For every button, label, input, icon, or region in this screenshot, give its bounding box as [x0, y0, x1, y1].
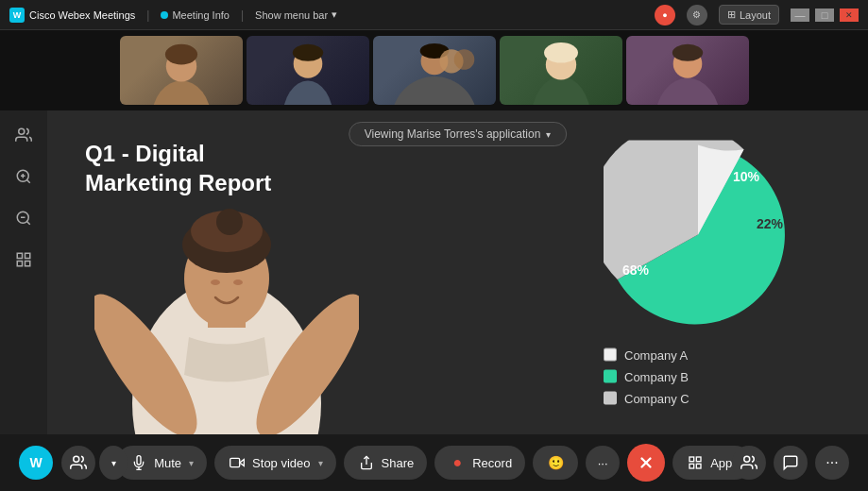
bottom-toolbar: W ▾ Mute ▾ — [0, 434, 868, 491]
viewing-banner[interactable]: Viewing Marise Torres's application ▾ — [349, 122, 568, 146]
svg-point-11 — [531, 76, 590, 105]
pie-label-68: 68% — [622, 262, 649, 277]
svg-point-6 — [392, 76, 477, 105]
participants-toggle-btn[interactable] — [61, 446, 95, 480]
left-sidebar — [0, 110, 47, 434]
panel-toggle-area: ▾ — [61, 446, 128, 480]
app-title: Cisco Webex Meetings — [29, 9, 135, 21]
participant-strip — [0, 30, 868, 110]
minimize-button[interactable]: — — [791, 8, 809, 22]
pie-label-22: 22% — [757, 215, 783, 230]
legend-swatch-c — [604, 392, 617, 405]
grid-icon[interactable] — [10, 246, 37, 273]
slide-title: Q1 - Digital Marketing Report — [85, 139, 271, 197]
record-button[interactable]: ● Record — [434, 446, 525, 480]
record-icon: ● — [448, 453, 467, 472]
svg-point-35 — [211, 279, 220, 285]
title-bar: W Cisco Webex Meetings | Meeting Info | … — [0, 0, 868, 30]
pie-label-10: 10% — [733, 168, 759, 183]
svg-rect-25 — [17, 253, 22, 258]
participant-thumb-1[interactable] — [120, 36, 243, 105]
more-right-dots-icon: ··· — [825, 454, 838, 471]
separator-2: | — [241, 8, 244, 22]
end-call-icon — [637, 453, 655, 472]
svg-point-3 — [282, 81, 333, 105]
svg-rect-50 — [696, 464, 701, 468]
legend-label-b: Company B — [624, 369, 689, 383]
stop-video-label: Stop video — [252, 456, 310, 470]
pie-chart: 10% 22% 68% — [604, 140, 792, 329]
svg-point-36 — [233, 279, 243, 285]
video-icon — [228, 453, 247, 472]
participants-icon-btn[interactable] — [732, 446, 766, 480]
svg-point-16 — [672, 44, 702, 61]
legend-item-c: Company C — [604, 391, 689, 405]
svg-rect-48 — [696, 457, 701, 462]
svg-rect-43 — [230, 458, 240, 466]
participants-icon[interactable] — [10, 122, 37, 148]
svg-point-39 — [74, 456, 79, 462]
presentation-area: Viewing Marise Torres's application ▾ Q1… — [47, 110, 868, 434]
mute-label: Mute — [154, 456, 181, 470]
zoom-out-icon[interactable] — [10, 205, 37, 231]
meeting-info-btn[interactable]: Meeting Info — [161, 9, 230, 21]
svg-rect-47 — [689, 457, 694, 462]
webex-icon: W — [9, 8, 25, 23]
settings-icon[interactable]: ⚙ — [687, 5, 707, 25]
chart-legend: Company A Company B Company C — [604, 347, 689, 405]
viewing-text: Viewing Marise Torres's application — [365, 127, 541, 141]
legend-swatch-a — [604, 348, 617, 362]
record-label: Record — [472, 456, 512, 470]
svg-point-34 — [216, 209, 243, 235]
svg-rect-26 — [26, 253, 30, 258]
svg-line-19 — [26, 179, 29, 182]
svg-rect-49 — [689, 464, 694, 468]
legend-label-a: Company A — [624, 347, 688, 362]
legend-item-a: Company A — [604, 347, 689, 362]
chart-area: 10% 22% 68% Company A Company B Company … — [604, 140, 792, 405]
svg-marker-42 — [240, 460, 245, 466]
share-label: Share — [382, 456, 415, 470]
svg-point-17 — [19, 128, 25, 134]
share-button[interactable]: Share — [344, 446, 428, 480]
legend-swatch-b — [604, 370, 617, 383]
participant-thumb-2[interactable] — [247, 36, 369, 105]
show-menu-bar-btn[interactable]: Show menu bar ▾ — [255, 8, 337, 21]
svg-point-13 — [544, 42, 578, 63]
share-icon — [357, 453, 376, 472]
reactions-button[interactable]: 🙂 — [533, 446, 578, 480]
video-caret: ▾ — [318, 458, 323, 468]
more-dots-icon: ··· — [598, 456, 608, 470]
emoji-icon: 🙂 — [546, 453, 565, 472]
participant-thumb-3[interactable] — [373, 36, 496, 105]
stop-video-button[interactable]: Stop video ▾ — [214, 446, 335, 480]
separator-1: | — [146, 8, 149, 22]
participant-thumb-4[interactable] — [500, 36, 622, 105]
zoom-in-icon[interactable] — [10, 163, 37, 190]
main-content: Viewing Marise Torres's application ▾ Q1… — [0, 110, 868, 434]
more-options-button[interactable]: ··· — [586, 446, 620, 480]
mic-icon — [129, 453, 148, 472]
mute-caret: ▾ — [189, 458, 194, 468]
svg-rect-27 — [17, 262, 22, 266]
layout-button[interactable]: ⊞ Layout — [719, 5, 779, 25]
close-button[interactable]: ✕ — [840, 8, 859, 22]
panel-caret-btn[interactable]: ▾ — [99, 446, 128, 480]
svg-point-10 — [453, 50, 474, 71]
svg-point-0 — [151, 81, 211, 105]
webex-home-btn[interactable]: W — [19, 446, 53, 480]
app-logo: W Cisco Webex Meetings — [9, 8, 135, 23]
chevron-down-icon: ▾ — [546, 129, 551, 140]
end-call-button[interactable] — [627, 444, 665, 482]
svg-rect-28 — [26, 262, 30, 266]
svg-point-51 — [744, 456, 750, 462]
chat-icon-btn[interactable] — [774, 446, 808, 480]
svg-line-23 — [26, 221, 29, 224]
maximize-button[interactable]: □ — [815, 8, 834, 22]
svg-point-2 — [164, 44, 196, 65]
more-right-icon-btn[interactable]: ··· — [815, 446, 849, 480]
participant-thumb-5[interactable] — [626, 36, 749, 105]
meeting-dot — [161, 11, 168, 19]
mute-button[interactable]: Mute ▾ — [116, 446, 207, 480]
toolbar-right-icons: ··· — [732, 446, 849, 480]
